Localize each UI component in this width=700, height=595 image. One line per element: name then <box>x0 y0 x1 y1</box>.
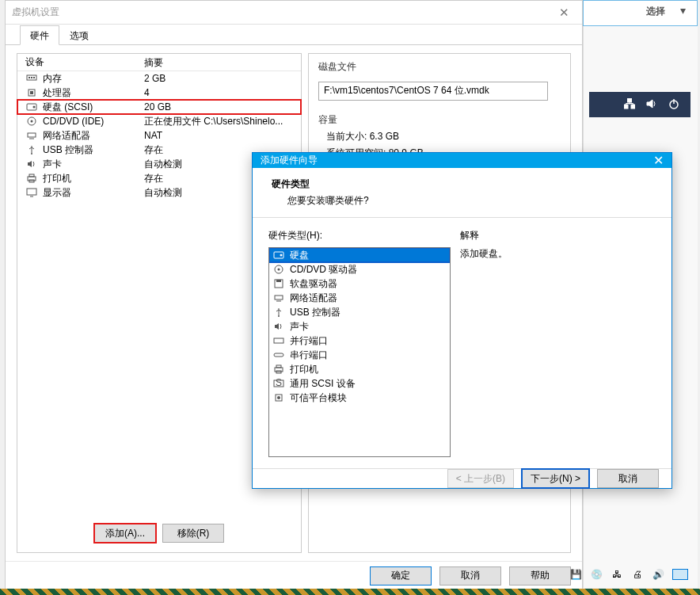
hw-row-network[interactable]: 网络适配器NAT <box>17 128 301 143</box>
wizard-header: 硬件类型 您要安装哪类硬件? <box>253 168 671 218</box>
top-dropdown-icon[interactable]: ▾ <box>680 4 686 17</box>
device-display-icon[interactable] <box>672 569 688 580</box>
network-icon <box>25 130 38 141</box>
hw-device-summary: 2 GB <box>144 73 293 84</box>
wizard-item-network[interactable]: 网络适配器 <box>269 291 450 305</box>
usb-icon <box>272 307 285 318</box>
wizard-item-disk[interactable]: 硬盘 <box>269 248 450 262</box>
hw-device-name: 硬盘 (SCSI) <box>43 101 93 114</box>
wizard-item-cd[interactable]: CD/DVD 驱动器 <box>269 262 450 277</box>
svg-rect-10 <box>30 91 33 94</box>
wizard-item-label: 打印机 <box>290 363 318 376</box>
device-net-icon[interactable]: 🖧 <box>611 568 623 581</box>
device-sound-icon[interactable]: 🔊 <box>652 568 664 581</box>
printer-icon <box>272 364 285 375</box>
svg-point-31 <box>278 315 280 317</box>
svg-rect-33 <box>274 353 283 357</box>
network-icon <box>272 292 285 303</box>
sound-icon <box>272 321 285 332</box>
wizard-item-label: 通用 SCSI 设备 <box>290 377 356 391</box>
network-status-icon[interactable] <box>624 98 635 112</box>
usb-icon <box>25 144 38 155</box>
next-button[interactable]: 下一步(N) > <box>522 469 589 488</box>
wizard-item-label: 并行端口 <box>290 334 328 348</box>
parallel-icon <box>272 335 285 346</box>
svg-rect-19 <box>29 174 34 177</box>
explain-label: 解释 <box>460 229 656 242</box>
svg-point-40 <box>277 396 280 399</box>
top-label: 选择 <box>646 5 665 18</box>
wizard-close-icon[interactable]: ✕ <box>653 153 664 168</box>
volume-icon[interactable] <box>646 98 657 112</box>
hw-device-name: 打印机 <box>43 172 71 185</box>
svg-rect-0 <box>624 105 628 109</box>
bottom-statusbar: 💾 💿 🖧 🖨 🔊 <box>569 568 688 581</box>
cancel-button[interactable]: 取消 <box>439 566 501 585</box>
svg-rect-7 <box>31 77 32 78</box>
power-icon[interactable] <box>668 98 679 112</box>
hardware-buttons: 添加(A)... 移除(R) <box>17 516 301 552</box>
ok-button[interactable]: 确定 <box>370 566 432 585</box>
close-icon[interactable]: ✕ <box>546 1 582 24</box>
wizard-cancel-button[interactable]: 取消 <box>597 469 659 488</box>
device-cd-icon[interactable]: 💿 <box>590 568 603 581</box>
floppy-icon <box>272 278 285 289</box>
wizard-item-label: 声卡 <box>290 320 309 334</box>
scsi-icon: S <box>272 378 285 389</box>
tab-options-label: 选项 <box>70 30 89 41</box>
svg-point-12 <box>33 106 36 109</box>
help-button[interactable]: 帮助 <box>509 566 571 585</box>
wizard-titlebar: 添加硬件向导 ✕ <box>253 153 671 168</box>
hw-device-name: USB 控制器 <box>43 143 93 157</box>
hw-device-name: 内存 <box>43 72 62 86</box>
serial-icon <box>272 349 285 360</box>
wizard-footer: < 上一步(B) 下一步(N) > 取消 <box>253 468 671 488</box>
svg-point-24 <box>280 254 283 257</box>
device-printer-icon[interactable]: 🖨 <box>631 568 644 581</box>
svg-rect-35 <box>276 365 281 368</box>
hardware-type-list[interactable]: 硬盘CD/DVD 驱动器软盘驱动器网络适配器USB 控制器声卡并行端口串行端口打… <box>268 247 451 457</box>
tab-options[interactable]: 选项 <box>59 25 99 45</box>
hw-device-summary: NAT <box>144 130 293 141</box>
add-button[interactable]: 添加(A)... <box>94 524 156 543</box>
wizard-item-label: 网络适配器 <box>290 292 337 305</box>
remove-button[interactable]: 移除(R) <box>162 524 224 543</box>
wizard-item-label: 串行端口 <box>290 349 328 362</box>
svg-rect-21 <box>27 189 36 195</box>
hw-device-summary: 正在使用文件 C:\Users\Shinelo... <box>144 115 293 128</box>
wizard-item-tpm[interactable]: 可信平台模块 <box>269 391 450 405</box>
display-icon <box>25 187 38 198</box>
add-hardware-wizard: 添加硬件向导 ✕ 硬件类型 您要安装哪类硬件? 硬件类型(H): 硬盘CD/DV… <box>252 152 672 489</box>
capacity-label: 容量 <box>318 113 561 127</box>
tab-hardware[interactable]: 硬件 <box>20 25 59 45</box>
svg-rect-32 <box>274 338 283 343</box>
disk-file-path[interactable]: F:\vm15\centos7\CentOS 7 64 位.vmdk <box>318 82 548 101</box>
settings-titlebar: 虚拟机设置 ✕ <box>6 1 582 25</box>
wizard-item-label: 硬盘 <box>290 249 309 262</box>
hw-row-cd[interactable]: CD/DVD (IDE)正在使用文件 C:\Users\Shinelo... <box>17 114 301 128</box>
wizard-item-usb[interactable]: USB 控制器 <box>269 305 450 319</box>
wizard-item-floppy[interactable]: 软盘驱动器 <box>269 277 450 291</box>
sound-icon <box>25 158 38 170</box>
hw-device-name: 显示器 <box>43 186 71 200</box>
svg-text:S: S <box>276 379 282 388</box>
hw-device-name: 处理器 <box>43 86 71 100</box>
wizard-item-sound[interactable]: 声卡 <box>269 319 450 334</box>
hw-device-name: CD/DVD (IDE) <box>43 116 104 127</box>
hw-row-cpu[interactable]: 处理器4 <box>17 86 301 100</box>
col-summary-header: 摘要 <box>136 54 301 71</box>
svg-point-17 <box>31 153 32 154</box>
wizard-item-serial[interactable]: 串行端口 <box>269 348 450 362</box>
device-disk-icon[interactable]: 💾 <box>569 568 582 581</box>
explain-text: 添加硬盘。 <box>460 247 656 261</box>
svg-rect-29 <box>275 296 283 299</box>
svg-point-14 <box>31 120 33 123</box>
hw-device-name: 声卡 <box>43 158 62 171</box>
wizard-item-scsi[interactable]: S通用 SCSI 设备 <box>269 376 450 391</box>
hw-row-disk[interactable]: 硬盘 (SCSI)20 GB <box>17 100 301 114</box>
hw-row-memory[interactable]: 内存2 GB <box>17 71 301 86</box>
wizard-item-parallel[interactable]: 并行端口 <box>269 334 450 348</box>
wizard-left: 硬件类型(H): 硬盘CD/DVD 驱动器软盘驱动器网络适配器USB 控制器声卡… <box>268 229 451 457</box>
wizard-item-printer[interactable]: 打印机 <box>269 362 450 376</box>
hw-device-name: 网络适配器 <box>43 129 90 143</box>
